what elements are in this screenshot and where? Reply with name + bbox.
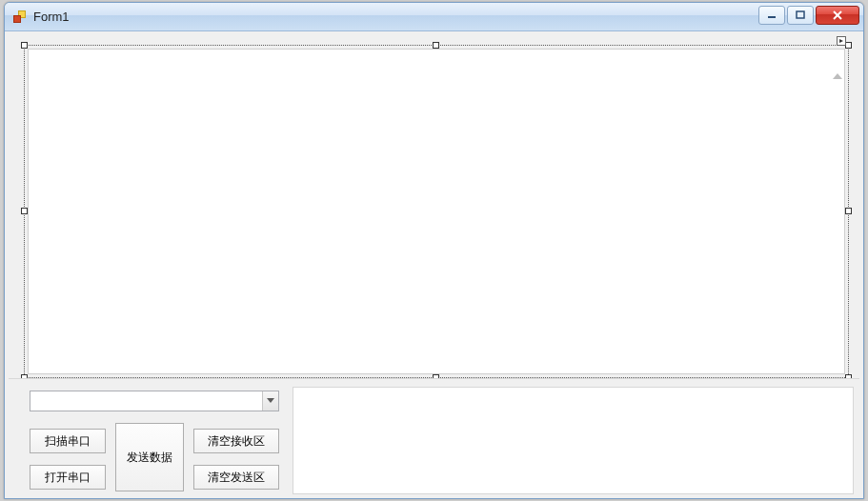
window-title: Form1 xyxy=(33,10,70,24)
port-combobox-input[interactable] xyxy=(30,391,262,411)
client-area: ▸ 扫描串口 打开串口 发送数据 清空接收区 清空发送区 xyxy=(5,31,863,498)
minimize-button[interactable] xyxy=(758,6,785,25)
resize-handle-w[interactable] xyxy=(21,208,28,214)
scrollbar-up-icon xyxy=(833,73,842,79)
scan-port-button[interactable]: 扫描串口 xyxy=(30,429,106,453)
send-data-button[interactable]: 发送数据 xyxy=(115,423,184,491)
receive-textbox[interactable] xyxy=(28,49,845,374)
minimize-icon xyxy=(767,10,777,20)
titlebar[interactable]: Form1 xyxy=(5,3,863,31)
bottom-panel: 扫描串口 打开串口 发送数据 清空接收区 清空发送区 xyxy=(9,378,859,498)
receive-textbox-wrap: ▸ xyxy=(28,49,845,374)
send-textbox-wrap xyxy=(293,387,854,494)
open-port-label: 打开串口 xyxy=(45,470,91,486)
designer-smarttag-icon[interactable]: ▸ xyxy=(837,36,846,46)
resize-handle-e[interactable] xyxy=(845,208,852,214)
resize-handle-nw[interactable] xyxy=(21,42,28,49)
window-buttons xyxy=(758,6,859,25)
close-icon xyxy=(832,10,843,20)
maximize-icon xyxy=(796,10,805,20)
port-combobox-dropdown-button[interactable] xyxy=(262,391,278,411)
clear-receive-button[interactable]: 清空接收区 xyxy=(193,429,279,453)
clear-send-button[interactable]: 清空发送区 xyxy=(193,465,279,490)
maximize-button[interactable] xyxy=(787,6,814,25)
window-frame: Form1 xyxy=(4,2,864,499)
scan-port-label: 扫描串口 xyxy=(45,433,91,450)
clear-send-label: 清空发送区 xyxy=(208,470,265,486)
svg-rect-1 xyxy=(797,11,804,18)
resize-handle-ne[interactable] xyxy=(845,42,852,49)
app-icon xyxy=(12,10,28,25)
chevron-down-icon xyxy=(267,398,274,404)
send-data-label: 发送数据 xyxy=(127,450,172,466)
port-combobox[interactable] xyxy=(30,391,279,411)
svg-marker-4 xyxy=(267,398,274,403)
clear-receive-label: 清空接收区 xyxy=(208,433,265,450)
resize-handle-n[interactable] xyxy=(433,42,439,49)
close-button[interactable] xyxy=(816,6,859,25)
send-textbox[interactable] xyxy=(293,387,854,494)
open-port-button[interactable]: 打开串口 xyxy=(30,465,106,490)
